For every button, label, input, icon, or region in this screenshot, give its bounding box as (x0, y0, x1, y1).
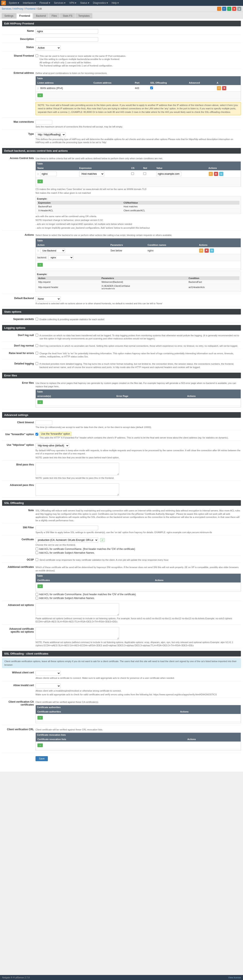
tab-stats-fs[interactable]: Stats FS (60, 13, 75, 18)
add-acl-cert-checkbox[interactable] (35, 547, 38, 550)
bc-btn-edit[interactable]: ✏ (222, 7, 226, 11)
default-backend-select[interactable]: None nginx (35, 296, 60, 301)
max-connections-input[interactable] (35, 120, 52, 124)
nav-interfaces[interactable]: Interfaces ▾ (21, 1, 37, 5)
nav-system[interactable]: System ▾ (7, 1, 21, 5)
field-error-files-value: Use these to replace the error pages tha… (35, 380, 241, 409)
ocsp-checkbox[interactable] (35, 558, 38, 561)
action-delete-btn[interactable]: ✖ (205, 248, 209, 253)
ex-row-backend: BackendFact (37, 205, 122, 208)
add-ca-btn[interactable]: + (37, 716, 43, 719)
field-separate-sockets-value: Enable collecting & providing separate s… (35, 317, 241, 321)
tab-settings[interactable]: Settings (2, 13, 16, 18)
field-max-connections-value: Sets the maximum amount of connections t… (35, 119, 241, 129)
forwardfor-checkbox[interactable] (35, 433, 38, 436)
acl-edit-btn[interactable]: ✏ (209, 172, 213, 176)
row-edit-btn[interactable]: ✏ (217, 86, 221, 90)
acl-name-input[interactable] (40, 172, 57, 176)
acl-expression-select[interactable]: Host matches (79, 171, 104, 177)
nav-firewall[interactable]: Firewall ▾ (38, 1, 52, 5)
advanced-ssl-textarea[interactable] (35, 603, 119, 616)
save-button[interactable]: Save (35, 756, 48, 761)
acl-table-label: Table (37, 162, 43, 165)
acl-copy-btn[interactable]: ⧉ (219, 172, 223, 176)
shared-frontend-desc: This can be used to host a second or mor… (40, 54, 126, 67)
add-additional-cert-btn[interactable]: + (37, 584, 43, 588)
advanced-cert-ssl-textarea[interactable] (35, 627, 119, 640)
breadcrumb-haproxy[interactable]: HAProxy (13, 7, 23, 10)
add-action-btn[interactable]: + (37, 263, 43, 267)
add-error-file-btn[interactable]: + (37, 400, 43, 404)
field-client-verification-crl-row: Client verification CRL Client certifica… (2, 727, 241, 753)
add-acl-btn[interactable]: + (37, 180, 43, 183)
bc-btn-other[interactable]: ■ (237, 7, 241, 11)
main-content: Edit HAProxy Frontend Name Description S… (0, 19, 243, 772)
nav-status[interactable]: Status ▾ (78, 1, 91, 5)
acl-value-input[interactable] (156, 172, 181, 176)
field-description-label: Description (2, 37, 35, 41)
ssl-checkbox[interactable] (150, 86, 153, 89)
advanced-pass-textarea[interactable] (35, 483, 119, 496)
acl-cs-checkbox[interactable] (131, 172, 134, 175)
breadcrumb-frontend[interactable]: Frontend (25, 7, 35, 10)
row-delete-btn[interactable]: ✖ (222, 86, 226, 90)
httpclose-select[interactable]: http-keep-alive (default) http-tunnel fo… (35, 443, 69, 448)
dont-log-null-desc: A connection on which no data has been t… (40, 334, 241, 340)
backend-select[interactable]: nginx (48, 255, 73, 260)
name-input[interactable] (35, 29, 98, 33)
add-acl-cn-checkbox[interactable] (35, 593, 38, 596)
add-action-cell: + (36, 261, 241, 269)
action-select[interactable]: Use Backend (40, 248, 65, 253)
tab-frontend[interactable]: Frontend (16, 13, 33, 19)
act-row-params: See below (109, 247, 146, 254)
action-copy-btn[interactable]: ⧉ (210, 248, 214, 253)
certificate-select[interactable]: production (CA: Acmecert: OrLets Encrypt… (35, 538, 98, 542)
nav-vpn[interactable]: VPN ▾ (67, 1, 78, 5)
tab-templates[interactable]: Templates (75, 13, 92, 18)
raise-level-checkbox[interactable] (35, 352, 38, 355)
row-custom-address (92, 85, 133, 92)
acl-note1: CS makes the string matches 'Case Sensit… (35, 188, 241, 191)
shared-frontend-checkbox[interactable] (35, 54, 38, 57)
add-acl-san2-checkbox[interactable] (35, 597, 38, 600)
client-timeout-input[interactable] (35, 420, 52, 425)
dont-log-normal-checkbox[interactable] (35, 344, 38, 347)
breadcrumb-services[interactable]: Services (2, 7, 11, 10)
dont-log-null-checkbox[interactable] (35, 334, 38, 336)
action-edit-btn[interactable]: ✏ (199, 248, 203, 253)
add-action-tr: + (36, 261, 241, 269)
ac-col-actions: Actions (153, 578, 241, 582)
ex-row-client: Client certificate/ACL (122, 208, 240, 212)
nav-services[interactable]: Services ▾ (52, 1, 67, 5)
tab-files[interactable]: Files (49, 13, 60, 18)
bind-pass-textarea[interactable] (35, 463, 119, 475)
field-raise-level-row: Raise level for errors Change the level … (2, 350, 241, 360)
add-listen-address-btn[interactable]: + (37, 94, 43, 97)
acl-not-checkbox[interactable] (143, 172, 146, 175)
allow-invalid-cert-select[interactable]: Allow Deny (35, 683, 60, 689)
nav-help[interactable]: Help ▾ (110, 1, 120, 5)
actions-table-label: Table (37, 239, 43, 242)
separate-sockets-desc: Enable collecting & providing separate s… (40, 318, 104, 321)
client-crl-table-container: Certificate revocation lists Certificate… (35, 733, 241, 751)
field-additional-certs-value: Which of these certificate will be send … (35, 565, 241, 600)
acl-delete-btn[interactable]: ✖ (214, 172, 218, 176)
actions-example-title: Example: (37, 273, 240, 275)
description-input[interactable] (35, 37, 98, 42)
field-advanced-ssl-label: Advanced ssl options (2, 603, 35, 607)
bc-btn-delete[interactable]: ✖ (232, 7, 236, 11)
sni-filter-input[interactable] (35, 526, 98, 530)
bc-btn-add[interactable]: + (227, 7, 231, 11)
acl-note5: - acls are no longer combined with logic… (35, 223, 241, 226)
without-client-cert-select[interactable]: Allow Deny (35, 671, 60, 676)
bc-btn-up[interactable]: ↑ (217, 7, 221, 11)
tab-backend[interactable]: Backend (33, 13, 48, 18)
type-select[interactable]: http / http(offloading) tcp / Layer 4 he… (35, 132, 66, 137)
add-crl-btn[interactable]: + (37, 743, 43, 747)
status-select[interactable]: Active Disabled (35, 45, 60, 50)
detailed-logging-checkbox[interactable] (35, 362, 38, 365)
nav-diagnostics[interactable]: Diagnostics ▾ (91, 1, 110, 5)
add-acl-san-checkbox[interactable] (35, 551, 38, 554)
separate-sockets-checkbox[interactable] (35, 318, 38, 320)
section-ssl-header: SSL Offloading (2, 500, 241, 506)
